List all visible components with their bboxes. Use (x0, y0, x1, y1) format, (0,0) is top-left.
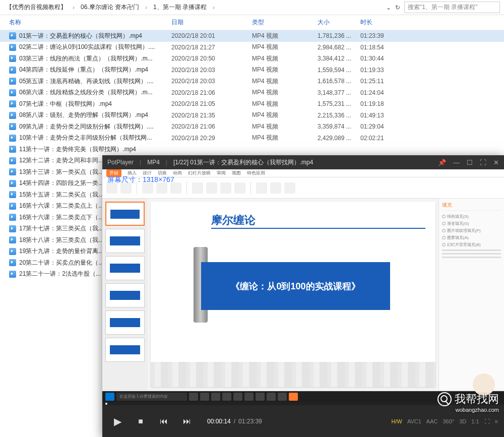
file-duration: 01:18:54 (360, 44, 403, 51)
file-date: 2020/2/18 21:05 (171, 100, 252, 107)
pin-icon[interactable]: 📌 (438, 159, 446, 166)
potplayer-titlebar[interactable]: PotPlayer | MP4 | [1/22] 01第一讲：交易盈利的核心（我… (102, 155, 504, 169)
file-date: 2020/2/18 20:03 (171, 78, 252, 85)
file-date: 2020/2/18 21:06 (171, 123, 252, 130)
file-duration: 01:19:33 (360, 67, 403, 74)
video-file-icon (9, 259, 16, 266)
file-duration: 01:23:39 (360, 32, 403, 39)
video-file-icon (9, 180, 16, 187)
file-row[interactable]: 11第十一讲：走势终完美（我帮找网）.mp4 (0, 144, 504, 155)
file-size: 2,215,336 ... (318, 112, 360, 119)
file-date: 2020/2/18 21:06 (171, 89, 252, 96)
search-input[interactable]: 搜索"1、第一期 录播课程" (404, 2, 500, 13)
video-file-icon (9, 55, 16, 62)
file-row[interactable]: 06第六课：线段精炼之线段分类（我帮找网）.m...2020/2/18 21:0… (0, 87, 504, 99)
column-headers[interactable]: 名称 日期 类型 大小 时长 (0, 15, 504, 30)
header-duration[interactable]: 时长 (360, 18, 403, 27)
file-size: 1,575,231 ... (318, 100, 360, 107)
file-size: 2,429,089 ... (318, 135, 360, 142)
video-file-icon (9, 32, 16, 39)
file-date: 2020/2/18 20:03 (171, 67, 252, 74)
play-button[interactable]: ▶ (108, 412, 127, 430)
next-button[interactable]: ⏭ (178, 412, 196, 430)
wps-editor: 开始 插入设计切换动画幻灯片放映审阅视图特色应用 (102, 169, 504, 402)
header-type[interactable]: 类型 (252, 18, 318, 27)
app-name: PotPlayer (107, 159, 134, 166)
file-type: MP4 视频 (252, 111, 318, 119)
refresh-icon[interactable]: ↻ (395, 4, 400, 11)
file-row[interactable]: 09第九讲：走势分类之同级别分解（我帮找网）....2020/2/18 21:0… (0, 121, 504, 133)
video-file-icon (9, 248, 16, 255)
crumb-1[interactable]: 【优秀的音视频教程】 (4, 2, 69, 13)
file-row[interactable]: 05第五课：顶底再精确、再谈划线（我帮找网）....2020/2/18 20:0… (0, 76, 504, 87)
hw-badge: H/W (392, 418, 402, 424)
header-name[interactable]: 名称 (9, 18, 171, 27)
file-name: 04第四讲：线段延伸（重点）（我帮找网）.mp4 (19, 66, 148, 74)
menu-icon[interactable]: ≡ (495, 418, 498, 424)
file-name: 16第十六课：第二类卖点上（... (19, 202, 103, 210)
maximize-icon[interactable]: ☐ (467, 159, 473, 166)
file-type: MP4 视频 (252, 122, 318, 131)
file-name: 05第五课：顶底再精确、再谈划线（我帮找网）.... (19, 77, 154, 86)
header-size[interactable]: 大小 (318, 18, 360, 27)
crumb-2[interactable]: 06.摩尔缠论 资本卍门 (79, 2, 141, 13)
fullscreen-icon[interactable]: ⛶ (484, 418, 490, 424)
slide-canvas: 摩尔缠论 《缠论：从0到100的实战课程》 (151, 202, 435, 387)
file-date: 2020/2/18 21:35 (171, 112, 252, 119)
file-row[interactable]: 01第一讲：交易盈利的核心（我帮找网）.mp42020/2/18 20:01MP… (0, 30, 504, 42)
video-file-icon (9, 135, 16, 142)
file-size: 3,359,874 ... (318, 123, 360, 130)
slide-title: 摩尔缠论 (211, 213, 256, 228)
file-size: 2,984,682 ... (318, 44, 360, 51)
file-name: 09第九讲：走势分类之同级别分解（我帮找网）.... (19, 122, 154, 131)
minimize-icon[interactable]: — (453, 159, 460, 166)
file-type: MP4 视频 (252, 66, 318, 74)
video-file-icon (9, 157, 16, 164)
file-row[interactable]: 10第十讲：走势分类之非同级别分解（我帮找网...2020/2/18 20:29… (0, 133, 504, 144)
crumb-3[interactable]: 1、第一期 录播课程 (151, 2, 209, 13)
time-display: 00:00:14 / 01:23:39 (207, 418, 262, 425)
potplayer-window[interactable]: PotPlayer | MP4 | [1/22] 01第一讲：交易盈利的核心（我… (102, 155, 504, 437)
video-file-icon (9, 236, 16, 243)
3d-icon[interactable]: 3D (459, 418, 466, 424)
header-date[interactable]: 日期 (171, 18, 252, 27)
file-name: 19第十九讲：走势的量价背离... (19, 247, 103, 256)
file-size: 1,781,236 ... (318, 32, 360, 39)
file-row[interactable]: 02第二讲：缠论从0到100实战课程（我帮找网）....2020/2/18 21… (0, 42, 504, 53)
dropdown-icon[interactable]: ⌄ (386, 4, 391, 11)
close-icon[interactable]: ✕ (493, 159, 499, 166)
file-row[interactable]: 08第八课：级别、走势的理解（我帮找网）.mp42020/2/18 21:35M… (0, 110, 504, 121)
file-type: MP4 视频 (252, 32, 318, 40)
file-row[interactable]: 07第七课：中枢（我帮找网）.mp42020/2/18 21:05MP4 视频1… (0, 98, 504, 110)
file-name: 15第十五讲：第二类买点（我... (19, 191, 103, 199)
video-file-icon (9, 44, 16, 51)
file-type: MP4 视频 (252, 100, 318, 108)
file-size: 1,616,578 ... (318, 78, 360, 85)
stop-button[interactable]: ■ (132, 412, 150, 430)
file-row[interactable]: 03第三讲：线段的画法（重点）（我帮找网）.m...2020/2/18 20:5… (0, 53, 504, 65)
prev-button[interactable]: ⏮ (155, 412, 173, 430)
crumb-sep: › (211, 3, 217, 12)
file-size: 1,559,594 ... (318, 67, 360, 74)
video-area[interactable]: 屏幕尺寸：1318×767 开始 插入设计切换动画幻灯片放映审阅视图特色应用 (102, 169, 504, 402)
vr-badge[interactable]: 360° (443, 418, 454, 424)
codec-audio: AAC (426, 418, 438, 424)
file-name: 13第十三讲：第一类买点（我... (19, 168, 103, 176)
format-panel: 填充 纯色填充(S) 渐变填充(G) 图片或纹理填充(P) 图案填充(A) 幻灯… (438, 199, 504, 390)
video-file-icon (9, 203, 16, 210)
screen-dimensions: 屏幕尺寸：1318×767 (107, 175, 174, 184)
crumb-sep: › (71, 3, 77, 12)
file-duration: 01:49:13 (360, 112, 403, 119)
file-date: 2020/2/18 20:01 (171, 32, 252, 39)
file-row[interactable]: 04第四讲：线段延伸（重点）（我帮找网）.mp42020/2/18 20:03M… (0, 65, 504, 76)
video-title: [1/22] 01第一讲：交易盈利的核心（我帮找网）.mp4 (173, 158, 432, 167)
fullscreen-icon[interactable]: ⛶ (480, 159, 486, 166)
file-name: 10第十讲：走势分类之非同级别分解（我帮找网... (19, 134, 152, 142)
breadcrumb[interactable]: 【优秀的音视频教程】 › 06.摩尔缠论 资本卍门 › 1、第一期 录播课程 › (4, 2, 382, 13)
video-file-icon (9, 123, 16, 130)
video-file-icon (9, 191, 16, 198)
file-name: 11第十一讲：走势终完美（我帮找网）.mp4 (19, 145, 136, 154)
file-date: 2020/2/18 20:50 (171, 55, 252, 62)
file-name: 02第二讲：缠论从0到100实战课程（我帮找网）.... (19, 43, 155, 51)
scale-icon[interactable]: 1:1 (471, 418, 479, 424)
